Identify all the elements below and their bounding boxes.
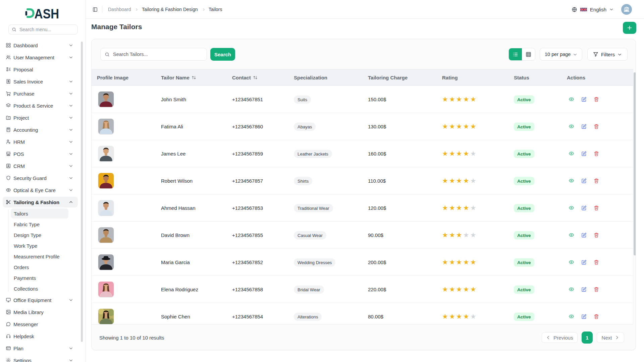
svg-text:ASH: ASH <box>35 7 59 19</box>
